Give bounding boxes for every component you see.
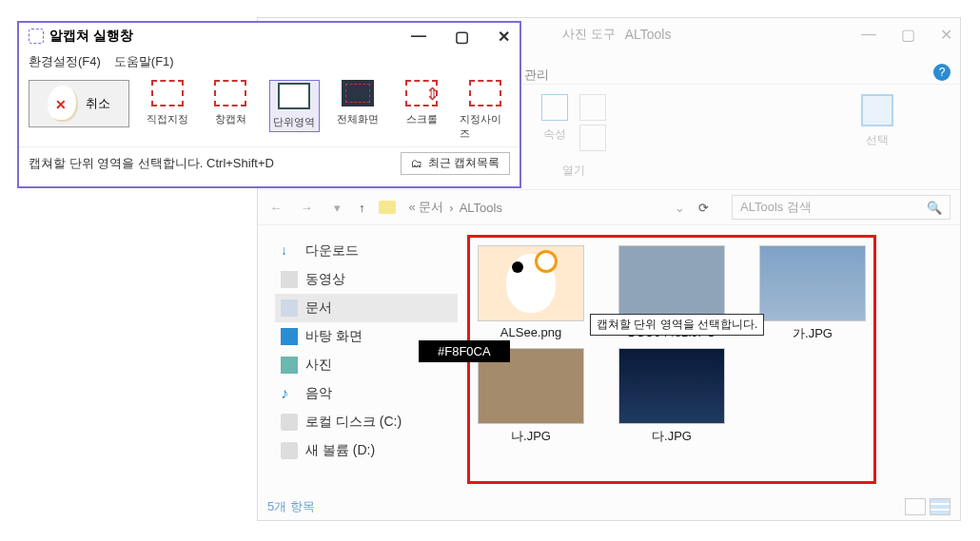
alcapture-toolbar: 취소 직접지정 창캡쳐 단위영역 전체화면 스크롤 지정사이즈: [19, 74, 519, 146]
unit-region-icon: [278, 83, 310, 109]
file-item[interactable]: 가.JPG: [759, 245, 866, 342]
scroll-icon: [405, 80, 438, 106]
select-label: 선택: [866, 132, 889, 148]
fullscreen-icon: [342, 80, 374, 106]
sidebar-item-label: 동영상: [305, 271, 345, 288]
ribbon-generic-icon[interactable]: [579, 94, 606, 121]
color-sample-label: #F8F0CA: [419, 340, 510, 362]
document-icon: [281, 299, 298, 317]
close-button[interactable]: ✕: [940, 26, 952, 44]
alcapture-window[interactable]: 알캡쳐 실행창 — ▢ ✕ 환경설정(F4) 도움말(F1) 취소 직접지정 창…: [17, 21, 521, 188]
tool-scroll[interactable]: 스크롤: [397, 80, 447, 126]
sidebar-item-label: 다운로드: [305, 242, 359, 260]
sidebar-item-music[interactable]: ♪음악: [275, 379, 458, 408]
sidebar-item-label: 사진: [305, 357, 332, 374]
alcapture-status-text: 캡쳐할 단위 영역을 선택합니다. Ctrl+Shift+D: [29, 155, 274, 172]
file-caption: 다.JPG: [652, 428, 692, 445]
capture-tooltip: 캡쳐할 단위 영역을 선택합니다.: [590, 314, 764, 336]
photo-icon: [281, 357, 298, 374]
sidebar-item-downloads[interactable]: ↓다운로드: [275, 237, 458, 265]
sidebar-item-label: 문서: [305, 299, 332, 317]
help-icon[interactable]: ?: [933, 64, 951, 81]
tool-label: 직접지정: [147, 112, 188, 126]
alcapture-titlebar[interactable]: 알캡쳐 실행창 — ▢ ✕: [19, 23, 519, 49]
sidebar-item-label: 바탕 화면: [305, 328, 363, 345]
tab-manage[interactable]: 관리: [524, 67, 549, 84]
search-placeholder: ALTools 검색: [740, 199, 812, 216]
minimize-button[interactable]: —: [861, 26, 876, 44]
select-icon[interactable]: [861, 94, 893, 126]
explorer-picture-tools-label: 사진 도구: [562, 26, 616, 43]
tool-unit-region[interactable]: 단위영역: [269, 80, 320, 132]
tool-fixed-size[interactable]: 지정사이즈: [460, 80, 510, 141]
address-bar: ← → ▾ ↑ « 문서 › ALTools ⌄ ⟳ ALTools 검색 🔍: [258, 189, 960, 225]
disk-icon: [281, 414, 298, 431]
sidebar-item-documents[interactable]: 문서: [275, 294, 458, 322]
cancel-egg-icon: [48, 86, 78, 122]
disk-icon: [281, 442, 298, 459]
breadcrumb-folder-icon: [379, 201, 396, 214]
download-icon: ↓: [281, 242, 298, 260]
alcapture-menubar: 환경설정(F4) 도움말(F1): [19, 49, 519, 74]
breadcrumb-dropdown-icon[interactable]: ⌄: [675, 201, 685, 215]
alcap-maximize-button[interactable]: ▢: [455, 28, 469, 46]
properties-icon[interactable]: [541, 94, 568, 121]
breadcrumb-current[interactable]: ALTools: [460, 201, 502, 215]
recent-label: 최근 캡쳐목록: [428, 155, 500, 171]
cancel-button[interactable]: 취소: [29, 80, 129, 127]
nav-up-icon[interactable]: ↑: [359, 201, 365, 215]
view-tiles-button[interactable]: [930, 498, 951, 515]
sidebar-item-disk-d[interactable]: 새 볼륨 (D:): [275, 436, 458, 465]
nav-recent-icon[interactable]: ▾: [328, 201, 345, 215]
tool-label: 단위영역: [273, 115, 315, 129]
video-icon: [281, 271, 298, 288]
alcap-minimize-button[interactable]: —: [411, 28, 426, 46]
tool-label: 스크롤: [406, 112, 438, 126]
view-details-button[interactable]: [905, 498, 926, 515]
search-input[interactable]: ALTools 검색 🔍: [732, 195, 951, 220]
sidebar-item-videos[interactable]: 동영상: [275, 265, 458, 294]
file-item[interactable]: 다.JPG: [618, 348, 725, 445]
sidebar-item-label: 로컬 디스크 (C:): [305, 414, 402, 431]
capture-selection-rect[interactable]: ALSee.png DSC04481.JPG 가.JPG 나.JPG 다.JPG: [467, 235, 876, 484]
menu-help[interactable]: 도움말(F1): [114, 53, 174, 70]
sidebar-item-disk-c[interactable]: 로컬 디스크 (C:): [275, 408, 458, 436]
maximize-button[interactable]: ▢: [901, 26, 915, 44]
ribbon-generic-icon[interactable]: [579, 125, 606, 151]
breadcrumb-prefix[interactable]: « 문서: [409, 199, 444, 216]
desktop-icon: [281, 328, 298, 345]
recent-captures-button[interactable]: 🗂 최근 캡쳐목록: [401, 152, 510, 175]
breadcrumb[interactable]: « 문서 › ALTools ⌄: [409, 199, 686, 216]
file-grid[interactable]: ALSee.png DSC04481.JPG 가.JPG 나.JPG 다.JPG: [458, 225, 960, 493]
file-caption: 가.JPG: [793, 325, 833, 342]
ribbon-group-open-label: 열기: [562, 163, 585, 179]
music-icon: ♪: [281, 385, 298, 402]
file-item[interactable]: ALSee.png: [478, 245, 584, 342]
menu-settings[interactable]: 환경설정(F4): [29, 53, 101, 70]
alcapture-statusbar: 캡쳐할 단위 영역을 선택합니다. Ctrl+Shift+D 🗂 최근 캡쳐목록: [19, 146, 519, 179]
refresh-icon[interactable]: ⟳: [698, 201, 709, 215]
sidebar-item-label: 음악: [305, 385, 332, 402]
properties-label: 속성: [543, 126, 566, 143]
nav-forward-icon[interactable]: →: [298, 201, 315, 215]
file-thumbnail: [478, 245, 584, 321]
status-count: 5개 항목: [267, 498, 315, 515]
file-caption: ALSee.png: [500, 325, 561, 339]
fixed-size-icon: [469, 80, 501, 106]
window-icon: [214, 80, 246, 106]
alcap-close-button[interactable]: ✕: [498, 28, 510, 46]
tool-window[interactable]: 창캡쳐: [206, 80, 256, 126]
sidebar-item-label: 새 볼륨 (D:): [305, 442, 375, 459]
tool-fullscreen[interactable]: 전체화면: [333, 80, 383, 126]
file-item[interactable]: 나.JPG: [478, 348, 584, 445]
tool-label: 지정사이즈: [460, 112, 510, 141]
tool-label: 전체화면: [337, 112, 379, 126]
tool-label: 창캡쳐: [215, 112, 246, 126]
explorer-title: ALTools: [625, 27, 672, 42]
alcapture-title: 알캡쳐 실행창: [49, 28, 133, 45]
direct-icon: [151, 80, 184, 106]
tool-direct[interactable]: 직접지정: [143, 80, 193, 126]
file-thumbnail: [618, 245, 725, 321]
status-bar: 5개 항목: [258, 493, 960, 520]
nav-back-icon[interactable]: ←: [267, 201, 284, 215]
